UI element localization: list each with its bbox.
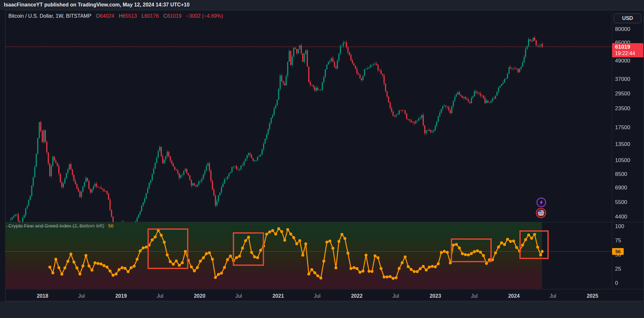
- price-tick-label: 29500: [615, 91, 630, 97]
- time-tick-label: 2021: [269, 293, 288, 299]
- time-tick-label: Jul: [386, 293, 405, 299]
- price-tick-label: 49000: [615, 58, 630, 64]
- published-banner: IsaacFinanceYT published on TradingView.…: [0, 0, 644, 10]
- indicator-tick-label: 75: [615, 238, 621, 244]
- legend-zone-range: 0 - 25: [57, 275, 85, 285]
- time-tick-label: 2018: [33, 293, 52, 299]
- time-tick-label: Jul: [543, 293, 563, 299]
- time-tick-label: 2024: [504, 293, 524, 299]
- legend-zone-label: Greed: [9, 241, 57, 251]
- time-tick-label: 2023: [426, 293, 445, 299]
- symbol-legend[interactable]: Bitcoin / U.S. Dollar, 1W, BITSTAMP O640…: [8, 13, 223, 19]
- ohlc-open-key: O: [96, 13, 100, 19]
- ohlc-open-value: 64024: [100, 13, 114, 19]
- time-tick-label: Jul: [229, 293, 248, 299]
- ohlc-low-value: 60176: [145, 13, 159, 19]
- indicator-current-value: 56: [108, 223, 114, 228]
- price-tick-label: 10500: [615, 158, 630, 163]
- time-tick-label: Jul: [72, 293, 91, 299]
- legend-zone-range: 55 - 75: [57, 241, 85, 251]
- legend-zone-label: Extreme Fear: [9, 275, 57, 285]
- time-tick-label: Jul: [150, 293, 170, 299]
- legend-zone-range: 47 - 54: [57, 252, 85, 263]
- price-tick-label: 23500: [615, 106, 630, 111]
- price-tick-label: 80000: [615, 26, 630, 32]
- price-tick-label: 37000: [615, 76, 630, 82]
- legend-zone-label: Extreme Greed: [9, 229, 57, 240]
- fear-greed-legend-row: Greed55 - 75: [9, 241, 85, 252]
- fear-greed-legend-row: Neutral47 - 54: [9, 252, 85, 263]
- fear-greed-legend-table[interactable]: Extreme Greed76 - 100Greed55 - 75Neutral…: [9, 229, 85, 286]
- indicator-title: Crypto Fear and Greed Index (2, Bottom l…: [8, 223, 104, 228]
- legend-zone-label: Fear: [9, 263, 57, 274]
- time-tick-label: Jul: [308, 293, 327, 299]
- time-tick-label: Jul: [465, 293, 484, 299]
- ohlc-close-key: C: [164, 13, 167, 19]
- time-tick-label: 2025: [583, 293, 602, 299]
- indicator-tick-label: 0: [615, 280, 618, 286]
- published-text: IsaacFinanceYT published on TradingView.…: [4, 2, 190, 8]
- price-tick-label: 17500: [615, 125, 630, 130]
- time-tick-label: 2020: [190, 293, 209, 299]
- fear-greed-legend-row: Fear26 - 46: [9, 263, 85, 275]
- price-tick-label: 6900: [615, 185, 627, 191]
- time-axis-separator: [5, 289, 644, 289]
- indicator-tick-label: 100: [615, 224, 624, 229]
- price-tick-label: 4400: [615, 214, 627, 220]
- chart-frame[interactable]: [5, 10, 644, 301]
- pane-separator[interactable]: [5, 222, 644, 222]
- last-price-value: 61019: [615, 43, 643, 50]
- fear-greed-legend-row: Extreme Fear0 - 25: [9, 275, 85, 286]
- legend-zone-range: 76 - 100: [57, 229, 85, 240]
- price-tick-label: 8500: [615, 171, 627, 177]
- ohlc-low-key: L: [142, 13, 145, 19]
- ohlc-high-value: 65513: [123, 13, 137, 19]
- legend-zone-label: Neutral: [9, 252, 57, 263]
- time-tick-label: 2022: [347, 293, 366, 299]
- footer-bar: TradingView: [0, 301, 644, 318]
- time-tick-label: 2019: [111, 293, 131, 299]
- change-text: −3002 (−4.69%): [186, 13, 223, 19]
- last-price-badge: 61019 19:22:44: [612, 43, 643, 57]
- price-tick-label: 13500: [615, 141, 630, 147]
- indicator-tick-label: 25: [615, 266, 621, 272]
- legend-zone-range: 26 - 46: [57, 263, 85, 274]
- fear-greed-legend-row: Extreme Greed76 - 100: [9, 229, 85, 241]
- ohlc-close-value: 61019: [167, 13, 182, 19]
- bar-countdown: 19:22:44: [615, 50, 643, 57]
- fear-greed-value-badge: 56: [612, 248, 624, 255]
- indicator-title-row[interactable]: Crypto Fear and Greed Index (2, Bottom l…: [8, 223, 114, 228]
- currency-button[interactable]: USD: [614, 14, 641, 23]
- symbol-title: Bitcoin / U.S. Dollar, 1W, BITSTAMP: [8, 13, 91, 19]
- price-tick-label: 5500: [615, 199, 627, 205]
- ohlc-high-key: H: [119, 13, 123, 19]
